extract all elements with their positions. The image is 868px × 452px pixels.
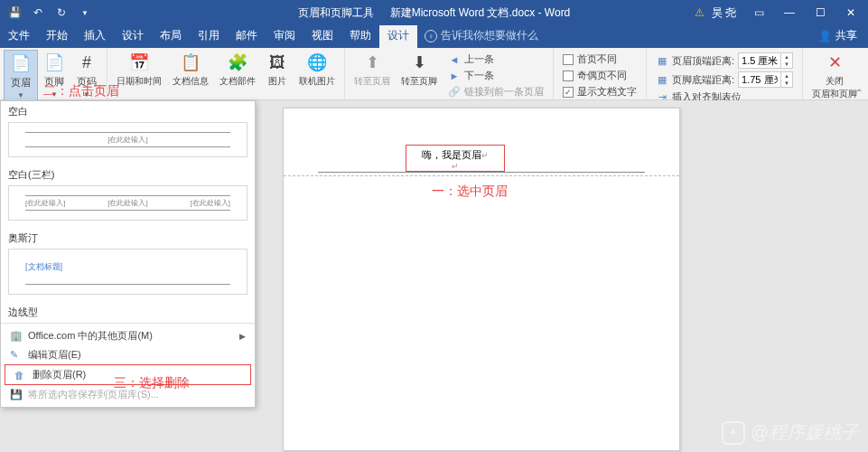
different-odd-even-checkbox[interactable]: 奇偶页不同: [561, 68, 639, 83]
warning-icon[interactable]: ⚠: [695, 6, 705, 19]
tab-layout[interactable]: 布局: [152, 24, 190, 48]
document-title: 新建Microsoft Word 文档.docx - Word: [390, 5, 571, 21]
group-position: ▦ 页眉顶端距离: ▲▼ ▦ 页脚底端距离: ▲▼ ⇥插入对齐制表位 位置: [647, 48, 803, 99]
qat-dropdown-icon[interactable]: ▼: [76, 4, 94, 22]
next-icon: ►: [448, 70, 461, 82]
header-button[interactable]: 📄 页眉 ▼: [4, 50, 38, 102]
quick-access-toolbar: 💾 ↶ ↻ ▼: [0, 4, 94, 22]
more-from-office-menuitem[interactable]: 🏢 Office.com 中的其他页眉(M) ▶: [1, 326, 255, 345]
tab-review[interactable]: 审阅: [266, 24, 303, 48]
chevron-down-icon: ▼: [17, 91, 24, 99]
show-doc-text-checkbox[interactable]: ✓显示文档文字: [561, 84, 639, 99]
header-icon: 📄: [10, 52, 32, 74]
close-header-footer-button[interactable]: ✕ 关闭 页眉和页脚: [807, 50, 863, 102]
footer-bottom-spinner[interactable]: ▲▼: [738, 71, 793, 88]
goto-header-button[interactable]: ⬆ 转至页眉: [349, 50, 396, 101]
tab-home[interactable]: 开始: [38, 24, 76, 48]
collapse-ribbon-icon[interactable]: ⌃: [855, 88, 863, 98]
annotation-step3: 三：选择删除: [114, 375, 190, 391]
tell-me-placeholder: 告诉我你想要做什么: [441, 28, 538, 43]
tab-mailings[interactable]: 邮件: [228, 24, 266, 48]
next-button[interactable]: ►下一条: [446, 68, 546, 83]
ruler-icon: ▦: [656, 54, 668, 67]
preset-blank[interactable]: 空白 [在此处输入]: [1, 101, 255, 157]
preset-austin[interactable]: 奥斯汀 [文档标题]: [1, 228, 255, 295]
close-window-icon[interactable]: ✕: [837, 1, 864, 24]
preset-blank-3col[interactable]: 空白(三栏) [在此处输入][在此处输入][在此处输入]: [1, 165, 255, 221]
minimize-icon[interactable]: —: [776, 1, 803, 24]
link-icon: 🔗: [448, 86, 461, 99]
group-insert: 📅 日期和时间 📋 文档信息 🧩 文档部件 🖼 图片 🌐 联机图片: [107, 48, 345, 99]
save-icon[interactable]: 💾: [5, 4, 23, 22]
goto-footer-icon: ⬇: [408, 52, 430, 73]
quickparts-button[interactable]: 🧩 文档部件: [214, 50, 261, 98]
edit-icon: ✎: [10, 349, 23, 361]
watermark: ✦ @程序媛桃子: [722, 420, 859, 445]
edit-header-menuitem[interactable]: ✎ 编辑页眉(E): [1, 345, 255, 364]
document-area: 嗨，我是页眉↵ ↵ 一：选中页眉: [256, 100, 868, 452]
save-gallery-icon: 💾: [10, 389, 23, 400]
annotation-step2: 二：点击页眉: [43, 83, 119, 99]
close-icon: ✕: [824, 52, 845, 73]
online-pictures-icon: 🌐: [306, 52, 328, 73]
lightbulb-icon: ♀: [425, 30, 437, 42]
share-button[interactable]: 👤 共享: [807, 24, 868, 48]
pictures-icon: 🖼: [266, 52, 288, 73]
document-page[interactable]: 嗨，我是页眉↵ ↵: [283, 108, 680, 451]
undo-icon[interactable]: ↶: [29, 4, 47, 22]
footer-icon: 📄: [43, 52, 65, 73]
calendar-icon: 📅: [128, 52, 150, 73]
annotation-step1: 一：选中页眉: [432, 184, 508, 200]
ribbon-options-icon[interactable]: ▭: [745, 1, 772, 24]
header-top-distance: ▦ 页眉顶端距离: ▲▼: [654, 52, 795, 70]
ribbon: 📄 页眉 ▼ 📄 页脚 ▼ # 页码 ▼ 📅 日期和时间 📋: [0, 48, 868, 100]
header-content[interactable]: 嗨，我是页眉↵ ↵: [406, 145, 505, 172]
share-icon: 👤: [818, 30, 832, 42]
redo-icon[interactable]: ↻: [52, 4, 70, 22]
context-tool-label: 页眉和页脚工具: [298, 5, 374, 21]
prev-icon: ◄: [448, 53, 461, 66]
datetime-button[interactable]: 📅 日期和时间: [111, 50, 167, 98]
tab-references[interactable]: 引用: [190, 24, 228, 48]
tab-insert[interactable]: 插入: [76, 24, 114, 48]
tab-headerfooter-design[interactable]: 设计: [379, 24, 417, 48]
group-navigation: ⬆ 转至页眉 ⬇ 转至页脚 ◄上一条 ►下一条 🔗链接到前一条页眉 导航: [345, 48, 554, 99]
tab-file[interactable]: 文件: [0, 24, 38, 48]
goto-footer-button[interactable]: ⬇ 转至页脚: [396, 50, 443, 101]
tab-view[interactable]: 视图: [303, 24, 341, 48]
quickparts-icon: 🧩: [227, 52, 248, 73]
online-pictures-button[interactable]: 🌐 联机图片: [294, 50, 341, 98]
ruler-icon: ▦: [656, 73, 668, 86]
office-icon: 🏢: [10, 330, 23, 342]
share-label: 共享: [835, 28, 857, 43]
chevron-right-icon: ▶: [239, 332, 246, 341]
preset-border[interactable]: 边线型 [文档标题]: [1, 302, 255, 323]
user-name[interactable]: 昊 尧: [712, 5, 736, 21]
header-underline: [318, 172, 645, 173]
docinfo-button[interactable]: 📋 文档信息: [167, 50, 214, 98]
remove-icon: 🗑: [14, 370, 27, 381]
titlebar: 💾 ↶ ↻ ▼ 页眉和页脚工具 新建Microsoft Word 文档.docx…: [0, 0, 868, 25]
maximize-icon[interactable]: ☐: [807, 1, 834, 24]
docinfo-icon: 📋: [180, 52, 201, 73]
group-options: 首页不同 奇偶页不同 ✓显示文档文字 选项: [554, 48, 647, 99]
tab-help[interactable]: 帮助: [341, 24, 379, 48]
gallery-footer-menu: 🏢 Office.com 中的其他页眉(M) ▶ ✎ 编辑页眉(E) 🗑 删除页…: [1, 323, 255, 407]
gallery-scroll[interactable]: 空白 [在此处输入] 空白(三栏) [在此处输入][在此处输入][在此处输入] …: [1, 101, 255, 323]
page-number-icon: #: [76, 52, 98, 73]
previous-button[interactable]: ◄上一条: [446, 52, 546, 67]
tab-design[interactable]: 设计: [114, 24, 152, 48]
link-previous-button[interactable]: 🔗链接到前一条页眉: [446, 84, 546, 99]
footer-bottom-distance: ▦ 页脚底端距离: ▲▼: [654, 71, 795, 89]
header-top-spinner[interactable]: ▲▼: [738, 52, 793, 69]
ribbon-tabs: 文件 开始 插入 设计 布局 引用 邮件 审阅 视图 帮助 设计 ♀ 告诉我你想…: [0, 25, 868, 48]
page-header-region[interactable]: 嗨，我是页眉↵ ↵: [284, 108, 679, 176]
goto-header-icon: ⬆: [361, 52, 383, 73]
pictures-button[interactable]: 🖼 图片: [261, 50, 294, 98]
watermark-logo-icon: ✦: [722, 421, 745, 445]
header-gallery-dropdown: 空白 [在此处输入] 空白(三栏) [在此处输入][在此处输入][在此处输入] …: [0, 100, 256, 408]
tell-me-search[interactable]: ♀ 告诉我你想要做什么: [417, 24, 546, 48]
different-first-checkbox[interactable]: 首页不同: [561, 52, 639, 67]
